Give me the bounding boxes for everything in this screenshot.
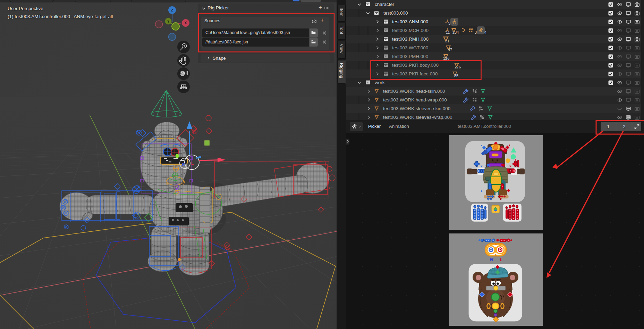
svg-text:X: X [184, 21, 187, 25]
svg-text:L: L [500, 257, 503, 262]
svg-text:R: R [182, 162, 185, 167]
svg-text:R: R [490, 257, 493, 262]
svg-text:L: L [191, 161, 194, 166]
svg-text:Y: Y [167, 19, 170, 23]
svg-text:Z: Z [171, 8, 173, 12]
